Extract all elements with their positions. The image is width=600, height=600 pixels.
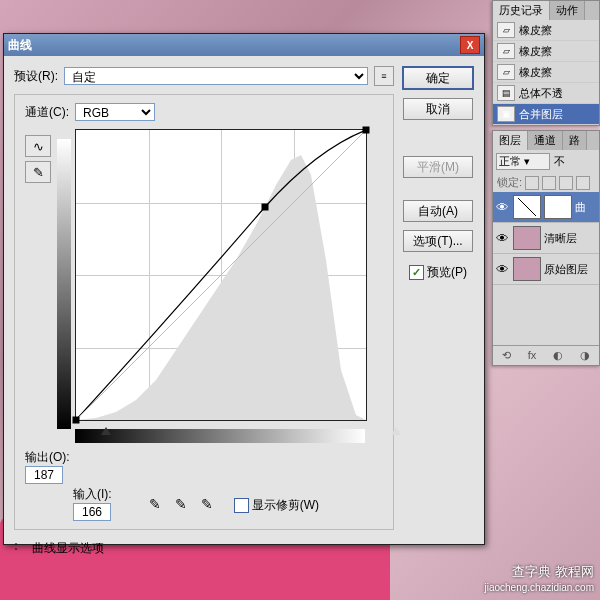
white-slider[interactable] xyxy=(391,427,401,435)
lock-label: 锁定: xyxy=(497,175,522,190)
input-field[interactable] xyxy=(73,503,111,521)
y-gradient xyxy=(57,139,71,429)
eraser-icon: ▱ xyxy=(497,64,515,80)
show-clip-checkbox[interactable] xyxy=(234,498,249,513)
cancel-button[interactable]: 取消 xyxy=(403,98,473,120)
blend-mode-select[interactable]: 正常 ▾ xyxy=(496,153,550,170)
merge-icon: ▣ xyxy=(497,106,515,122)
curve-options-label: 曲线显示选项 xyxy=(32,540,104,557)
preset-menu-icon[interactable]: ≡ xyxy=(374,66,394,86)
black-slider[interactable] xyxy=(101,427,111,435)
watermark: 查字典 教程网 jiaocheng.chazidian.com xyxy=(484,564,594,596)
preset-select[interactable]: 自定 xyxy=(64,67,368,85)
smooth-button: 平滑(M) xyxy=(403,156,473,178)
layer-thumb xyxy=(513,257,541,281)
channel-label: 通道(C): xyxy=(25,104,69,121)
options-button[interactable]: 选项(T)... xyxy=(403,230,473,252)
curve-point-end[interactable] xyxy=(363,127,370,134)
ok-button[interactable]: 确定 xyxy=(402,66,474,90)
layer-thumb xyxy=(513,226,541,250)
visibility-icon[interactable]: 👁 xyxy=(496,200,510,215)
adjust-icon[interactable]: ◑ xyxy=(580,349,590,362)
layer-item[interactable]: 👁 清晰层 xyxy=(493,223,599,254)
curve-tool-icon[interactable]: ∿ xyxy=(25,135,51,157)
x-gradient xyxy=(75,429,365,443)
opacity-label: 不 xyxy=(554,154,565,169)
curve-point-mid[interactable] xyxy=(262,204,269,211)
curve-point-start[interactable] xyxy=(73,417,80,424)
lock-pos-icon[interactable] xyxy=(559,176,573,190)
layer-item[interactable]: 👁 原始图层 xyxy=(493,254,599,285)
history-item[interactable]: ▤总体不透 xyxy=(493,83,599,104)
lock-pixel-icon[interactable] xyxy=(542,176,556,190)
tab-paths[interactable]: 路 xyxy=(563,131,587,150)
tab-history[interactable]: 历史记录 xyxy=(493,1,550,20)
tab-layers[interactable]: 图层 xyxy=(493,131,528,150)
history-item-selected[interactable]: ▣合并图层 xyxy=(493,104,599,125)
preview-label: 预览(P) xyxy=(427,264,467,281)
auto-button[interactable]: 自动(A) xyxy=(403,200,473,222)
black-dropper-icon[interactable]: ✎ xyxy=(146,495,164,513)
curve-path xyxy=(76,130,366,420)
preview-checkbox[interactable]: ✓ xyxy=(409,265,424,280)
layers-panel: 图层 通道 路 正常 ▾ 不 锁定: 👁 曲 👁 清晰层 👁 xyxy=(492,130,600,366)
eraser-icon: ▱ xyxy=(497,22,515,38)
history-item[interactable]: ▱橡皮擦 xyxy=(493,62,599,83)
dialog-titlebar[interactable]: 曲线 X xyxy=(4,34,484,56)
history-panel: 历史记录 动作 ▱橡皮擦 ▱橡皮擦 ▱橡皮擦 ▤总体不透 ▣合并图层 xyxy=(492,0,600,126)
fx-icon[interactable]: fx xyxy=(528,349,537,362)
channel-select[interactable]: RGB xyxy=(75,103,155,121)
close-button[interactable]: X xyxy=(460,36,480,54)
mask-thumb xyxy=(544,195,572,219)
tab-channels[interactable]: 通道 xyxy=(528,131,563,150)
lock-all-icon[interactable] xyxy=(576,176,590,190)
expand-icon[interactable]: ˅˄ xyxy=(14,544,28,554)
pencil-tool-icon[interactable]: ✎ xyxy=(25,161,51,183)
history-item[interactable]: ▱橡皮擦 xyxy=(493,41,599,62)
preset-label: 预设(R): xyxy=(14,68,58,85)
output-label: 输出(O): xyxy=(25,449,70,466)
curve-graph[interactable] xyxy=(75,129,367,421)
input-label: 输入(I): xyxy=(73,486,112,503)
history-item[interactable]: ▱橡皮擦 xyxy=(493,20,599,41)
link-icon[interactable]: ⟲ xyxy=(502,349,511,362)
lock-trans-icon[interactable] xyxy=(525,176,539,190)
doc-icon: ▤ xyxy=(497,85,515,101)
visibility-icon[interactable]: 👁 xyxy=(496,231,510,246)
eraser-icon: ▱ xyxy=(497,43,515,59)
output-input[interactable] xyxy=(25,466,63,484)
dialog-title: 曲线 xyxy=(8,37,32,54)
tab-actions[interactable]: 动作 xyxy=(550,1,585,20)
curves-thumb xyxy=(513,195,541,219)
white-dropper-icon[interactable]: ✎ xyxy=(198,495,216,513)
curves-dialog: 曲线 X 预设(R): 自定 ≡ 通道(C): RGB ∿ ✎ xyxy=(3,33,485,545)
mask-icon[interactable]: ◐ xyxy=(553,349,563,362)
gray-dropper-icon[interactable]: ✎ xyxy=(172,495,190,513)
show-clip-label: 显示修剪(W) xyxy=(252,497,319,514)
svg-line-0 xyxy=(76,130,366,420)
visibility-icon[interactable]: 👁 xyxy=(496,262,510,277)
layer-curves[interactable]: 👁 曲 xyxy=(493,192,599,223)
